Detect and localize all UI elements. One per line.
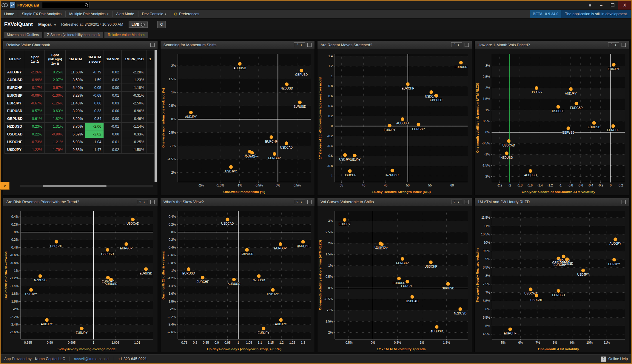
panel-checkbox[interactable] bbox=[307, 200, 312, 204]
menu-item-alert-mode[interactable]: Alert Mode bbox=[112, 10, 138, 18]
data-point-AUDJPY[interactable] bbox=[45, 318, 49, 322]
panel-checkbox[interactable] bbox=[622, 43, 626, 47]
data-point-USDCAD[interactable] bbox=[131, 218, 135, 221]
help-icon[interactable]: ? bbox=[601, 357, 606, 362]
minimize-button[interactable]: – bbox=[596, 1, 607, 10]
data-point-USDJPY[interactable] bbox=[229, 165, 233, 169]
table-row-AUDUSD[interactable]: AUDUSD-0.99%2.07%8.50%-1.59-0.02-1.23% bbox=[5, 76, 154, 84]
panel-checkbox[interactable] bbox=[150, 200, 155, 204]
data-point-NZDUSD[interactable] bbox=[391, 169, 394, 172]
menu-item-single-fx-pair-analytics[interactable]: Single FX Pair Analytics bbox=[18, 10, 65, 18]
data-point-NZDUSD[interactable] bbox=[505, 152, 508, 155]
data-point-USDJPY[interactable] bbox=[581, 269, 585, 272]
data-point-EURCHF[interactable] bbox=[508, 327, 512, 331]
data-point-EURJPY[interactable] bbox=[262, 326, 265, 330]
table-row-EURCHF[interactable]: EURCHF-0.17%-0.67%5.40%0.050.00-1.18% bbox=[5, 84, 154, 92]
data-point-AUDUSD[interactable] bbox=[401, 117, 404, 121]
data-point-EURCHF[interactable] bbox=[611, 124, 615, 128]
table-row-EURUSD[interactable]: EURUSD0.57%0.63%8.20%-0.330.00-0.96% bbox=[5, 107, 154, 115]
data-point-GBPUSD[interactable] bbox=[566, 127, 570, 130]
data-point-AUDUSD[interactable] bbox=[562, 255, 565, 258]
panel-checkbox[interactable] bbox=[150, 43, 155, 47]
data-point-NZDUSD[interactable] bbox=[257, 274, 260, 278]
panel-help-contrast-buttons[interactable]: ?◐ bbox=[294, 200, 305, 204]
data-point-USDCAD[interactable] bbox=[507, 139, 510, 143]
data-point-NZDUSD[interactable] bbox=[458, 307, 462, 311]
data-point-EURJPY[interactable] bbox=[80, 326, 84, 330]
data-point-NZDUSD[interactable] bbox=[565, 257, 569, 261]
column-header-spot-wk-ago-1w[interactable]: Spot(wk ago)1w Δ bbox=[45, 50, 66, 68]
table-row-AUDJPY[interactable]: AUDJPY-2.26%0.25%11.50%-0.790.02-2.28% bbox=[5, 68, 154, 76]
data-point-EURCHF[interactable] bbox=[201, 276, 204, 279]
data-point-EURUSD[interactable] bbox=[557, 289, 560, 293]
data-point-EURCHF[interactable] bbox=[406, 82, 410, 86]
menu-icon[interactable]: ≡ bbox=[584, 1, 596, 10]
data-point-EURJPY[interactable] bbox=[612, 63, 615, 67]
data-point-AUDJPY[interactable] bbox=[353, 154, 357, 157]
data-point-EURCHF[interactable] bbox=[106, 276, 110, 279]
tab-movers-and-outliers[interactable]: Movers and Outliers bbox=[4, 32, 42, 38]
data-point-EURGBP[interactable] bbox=[124, 242, 128, 246]
data-point-NZDUSD[interactable] bbox=[285, 82, 289, 86]
data-point-EURCHF[interactable] bbox=[269, 135, 273, 139]
data-point-USDCHF[interactable] bbox=[429, 260, 433, 264]
table-row-GBPUSD[interactable]: GBPUSD0.61%1.82%8.20%-0.840.00-0.46% bbox=[5, 115, 154, 123]
data-point-USDCAD[interactable] bbox=[529, 287, 532, 291]
menu-item-multiple-pair-analytics[interactable]: Multiple Pair Analytics▾ bbox=[66, 10, 112, 18]
data-point-USDCHF[interactable] bbox=[55, 240, 58, 243]
data-point-AUDUSD[interactable] bbox=[238, 62, 241, 66]
data-point-EURGBP[interactable] bbox=[401, 257, 404, 260]
data-point-EURCHF[interactable] bbox=[406, 280, 409, 283]
data-point-EURUSD[interactable] bbox=[592, 121, 596, 125]
panel-checkbox[interactable] bbox=[307, 43, 312, 47]
data-point-EURUSD[interactable] bbox=[187, 267, 190, 271]
data-point-USDCAD[interactable] bbox=[410, 295, 414, 298]
data-point-GBPUSD[interactable] bbox=[106, 248, 109, 252]
contact-email-link[interactable]: russell@kuma.capital bbox=[74, 357, 110, 361]
column-header-spot-1w[interactable]: Spot1w Δ bbox=[25, 50, 45, 68]
panel-checkbox[interactable] bbox=[465, 200, 469, 204]
data-point-EURJPY[interactable] bbox=[388, 124, 391, 127]
live-toggle[interactable]: LIVE bbox=[129, 21, 148, 28]
data-point-AUDUSD[interactable] bbox=[528, 169, 532, 173]
data-point-NZDUSD[interactable] bbox=[38, 274, 42, 278]
data-point-USDJPY[interactable] bbox=[29, 288, 33, 291]
column-header-1m-rr-25d[interactable]: 1M RR_25D bbox=[122, 50, 147, 68]
tab-relative-value-matrices[interactable]: Relative Value Matrices bbox=[104, 32, 148, 38]
panel-help-contrast-buttons[interactable]: ?◐ bbox=[608, 42, 619, 47]
pair-group-selector[interactable]: Majors ▾ bbox=[38, 22, 56, 27]
data-point-USDCHF[interactable] bbox=[556, 105, 560, 109]
data-point-EURGBP[interactable] bbox=[278, 242, 282, 246]
menu-item-preferences[interactable]: ⚙Preferences bbox=[170, 10, 203, 18]
tab-z-scores[interactable]: Z-Scores (vulnerability heat map) bbox=[44, 32, 103, 38]
data-point-USDJPY[interactable] bbox=[271, 288, 275, 291]
menu-item-dev-console[interactable]: Dev Console▾ bbox=[138, 10, 170, 18]
data-point-EURGBP[interactable] bbox=[574, 102, 578, 105]
column-header-1m-atm[interactable]: 1M ATM bbox=[66, 50, 85, 68]
online-help-link[interactable]: Online Help bbox=[608, 357, 628, 361]
search-icon[interactable] bbox=[84, 3, 89, 8]
data-point-EURUSD[interactable] bbox=[459, 61, 463, 64]
data-point-USDJPY[interactable] bbox=[534, 86, 538, 90]
data-point-USDCAD[interactable] bbox=[284, 141, 288, 145]
panel-help-contrast-buttons[interactable]: ?◐ bbox=[451, 200, 462, 204]
maximize-button[interactable] bbox=[607, 1, 618, 10]
data-point-USDJPY[interactable] bbox=[343, 153, 347, 157]
data-point-AUDUSD[interactable] bbox=[232, 277, 236, 281]
table-row-USDCHF[interactable]: USDCHF-0.73%-1.21%6.93%-1.040.01-0.25% bbox=[5, 138, 154, 146]
table-row-EURJPY[interactable]: EURJPY-0.67%-1.26%11.43%0.060.03-2.50% bbox=[5, 99, 154, 107]
table-row-NZDUSD[interactable]: NZDUSD0.23%1.31%8.70%-2.06-0.01-1.14% bbox=[5, 123, 154, 130]
panel-checkbox[interactable] bbox=[622, 200, 626, 204]
data-point-AUDJPY[interactable] bbox=[613, 237, 617, 241]
panel-help-contrast-buttons[interactable]: ?◐ bbox=[451, 42, 462, 47]
search-input[interactable] bbox=[42, 2, 90, 8]
data-point-EURUSD[interactable] bbox=[144, 267, 148, 271]
data-point-AUDUSD[interactable] bbox=[435, 325, 439, 328]
data-point-GBPUSD[interactable] bbox=[245, 248, 249, 252]
panel-help-contrast-buttons[interactable]: ?◐ bbox=[294, 42, 305, 47]
expand-button[interactable]: > bbox=[0, 182, 10, 190]
data-point-USDCAD[interactable] bbox=[429, 90, 433, 94]
data-point-GBPUSD[interactable] bbox=[434, 94, 438, 98]
data-point-EURGBP[interactable] bbox=[272, 152, 276, 156]
data-point-AUDJPY[interactable] bbox=[279, 318, 283, 322]
